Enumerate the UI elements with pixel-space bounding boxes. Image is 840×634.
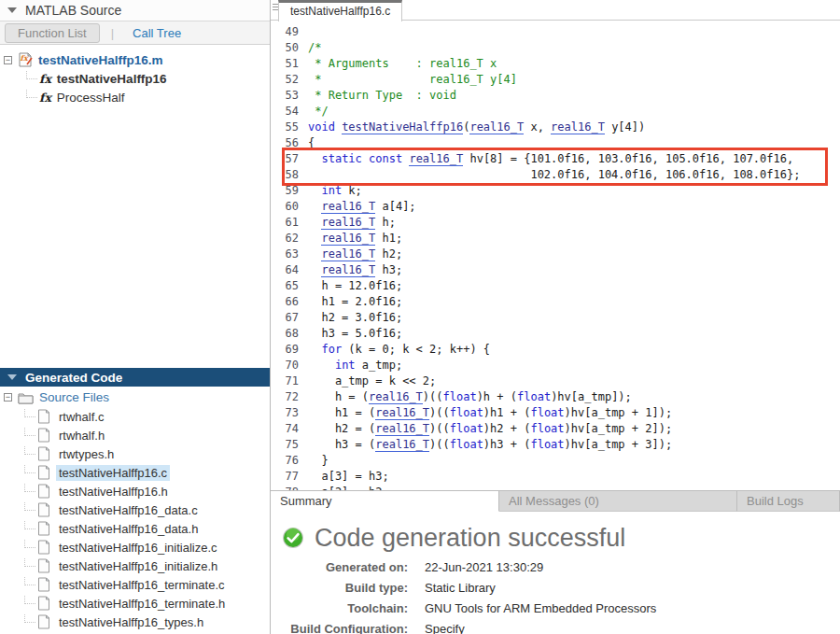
code-editor[interactable]: 4950/*51 * Arguments : real16_T x52 * re…	[271, 21, 840, 490]
tree-item-file[interactable]: testNativeHalffp16.h	[0, 482, 270, 500]
code-link[interactable]: real16_T	[375, 422, 429, 436]
tree-connector	[24, 558, 35, 567]
code-line: 77 a[3] = h3;	[271, 469, 840, 485]
code-line: 49	[271, 24, 840, 40]
file-name: testNativeHalffp16.c	[56, 465, 170, 481]
tree-item-function[interactable]: fx testNativeHalffp16	[0, 69, 270, 88]
line-number: 57	[282, 151, 299, 167]
tree-item-file[interactable]: rtwhalf.c	[0, 407, 270, 426]
status-line: Code generation successful	[282, 523, 840, 553]
code-text: 102.0f16, 104.0f16, 106.0f16, 108.0f16};	[308, 167, 800, 183]
tree-item-function[interactable]: fx ProcessHalf	[0, 88, 270, 106]
collapse-minus-icon[interactable]: −	[4, 56, 12, 64]
code-token: x,	[524, 120, 551, 134]
code-token: )((	[429, 406, 450, 419]
tree-item-file[interactable]: testNativeHalffp16.c	[0, 463, 270, 482]
code-line: 50/*	[271, 40, 840, 56]
line-number: 68	[282, 326, 299, 342]
code-link[interactable]: real16_T	[321, 216, 375, 230]
file-icon	[37, 540, 50, 555]
success-check-icon	[282, 527, 304, 549]
code-link[interactable]: real16_T	[369, 390, 423, 404]
tree-connector	[24, 446, 35, 455]
file-icon	[37, 484, 50, 499]
code-text: /*	[308, 40, 321, 56]
code-link[interactable]: real16_T	[375, 406, 429, 420]
tab-call-tree[interactable]: Call Tree	[123, 24, 190, 42]
code-token: }	[308, 454, 329, 467]
line-number: 76	[282, 453, 299, 469]
generated-code-tree: − Source Files rtwhalf.crtwhalf.hrtwtype…	[0, 387, 270, 634]
collapse-triangle-icon[interactable]	[7, 374, 17, 380]
code-token: /*	[308, 41, 321, 54]
tree-item-file[interactable]: rtwtypes.h	[0, 444, 270, 463]
file-name: testNativeHalffp16.h	[56, 484, 171, 500]
tree-item-source-file[interactable]: − fx testNativeHalffp16.m	[0, 50, 270, 69]
code-link[interactable]: real16_T	[321, 263, 375, 277]
tree-connector	[24, 484, 35, 492]
line-number: 55	[282, 120, 299, 135]
source-file-label: testNativeHalffp16.m	[38, 53, 163, 67]
tree-item-file[interactable]: rtwhalf.h	[0, 426, 270, 444]
summary-field-row: Generated on:22-Jun-2021 13:30:29	[271, 557, 840, 577]
matlab-source-panel: MATLAB Source Function List | Call Tree …	[0, 0, 271, 634]
editor-tab-active[interactable]: testNativeHalffp16.c	[278, 0, 402, 21]
field-value: 22-Jun-2021 13:30:29	[425, 560, 543, 574]
generated-code-header[interactable]: Generated Code	[0, 368, 270, 387]
source-files-label: Source Files	[39, 390, 109, 404]
collapse-minus-icon[interactable]: −	[4, 393, 12, 402]
code-text: h1 = (real16_T)((float)h1 + (float)hv[a_…	[308, 405, 672, 421]
code-link[interactable]: real16_T	[551, 120, 605, 134]
line-number: 52	[282, 72, 299, 88]
code-token: )hv[a_tmp + 2]);	[565, 422, 673, 435]
code-link[interactable]: real16_T	[321, 200, 375, 214]
tree-connector	[24, 521, 35, 529]
code-line: 61 real16_T h;	[271, 215, 840, 231]
collapse-triangle-icon[interactable]	[7, 7, 17, 13]
report-tab-summary[interactable]: Summary	[271, 491, 499, 512]
code-token: int	[321, 184, 342, 197]
tree-item-file[interactable]: testNativeHalffp16_terminate.h	[0, 594, 270, 613]
tree-item-file[interactable]: testNativeHalffp16_data.c	[0, 500, 270, 519]
file-icon	[37, 596, 50, 611]
code-text: real16_T h1;	[308, 231, 402, 247]
code-text: real16_T h2;	[308, 247, 402, 262]
code-line: 69 for (k = 0; k < 2; k++) {	[271, 342, 840, 358]
code-link[interactable]: real16_T	[321, 247, 375, 261]
code-token: float	[443, 390, 477, 403]
report-tab-all-messages-[interactable]: All Messages (0)	[499, 491, 737, 512]
code-line: 58 102.0f16, 104.0f16, 106.0f16, 108.0f1…	[271, 167, 840, 183]
code-link[interactable]: real16_T	[375, 438, 429, 452]
tree-item-file[interactable]: testNativeHalffp16_terminate.c	[0, 575, 270, 594]
tree-connector	[24, 540, 35, 548]
code-token: 102.0f16, 104.0f16, 106.0f16, 108.0f16};	[308, 168, 800, 181]
report-tab-build-logs[interactable]: Build Logs	[737, 491, 840, 512]
file-name: testNativeHalffp16_data.h	[56, 521, 201, 537]
tree-item-file[interactable]: testNativeHalffp16_types.h	[0, 613, 270, 631]
code-token: h = 12.0f16;	[308, 279, 402, 292]
tree-item-source-files-folder[interactable]: − Source Files	[0, 387, 270, 407]
code-line: 60 real16_T a[4];	[271, 199, 840, 215]
line-number: 50	[282, 40, 299, 56]
code-link[interactable]: real16_T	[321, 232, 375, 246]
tree-item-file[interactable]: testNativeHalffp16_initialize.c	[0, 538, 270, 557]
code-link[interactable]: real16_T	[409, 152, 463, 166]
code-token: )h1 + (	[483, 406, 531, 419]
tree-item-file[interactable]: testNativeHalffp16_data.h	[0, 519, 270, 538]
code-token: h3 = 5.0f16;	[308, 327, 402, 340]
code-line: 66 h1 = 2.0f16;	[271, 294, 840, 310]
field-value: Static Library	[425, 581, 496, 595]
tab-function-list[interactable]: Function List	[5, 23, 100, 43]
code-link[interactable]: real16_T	[469, 120, 524, 134]
line-number: 61	[282, 215, 299, 231]
code-token: a[3] = h3;	[308, 470, 389, 483]
code-token: const	[369, 152, 402, 165]
code-text: h = 12.0f16;	[308, 278, 402, 294]
tree-connector	[24, 502, 35, 511]
code-link[interactable]: testNativeHalffp16	[342, 120, 463, 134]
code-token: h1 = 2.0f16;	[308, 295, 402, 308]
code-token: h2;	[375, 247, 402, 261]
tree-item-file[interactable]: testNativeHalffp16_initialize.h	[0, 557, 270, 575]
matlab-source-header[interactable]: MATLAB Source	[0, 0, 270, 21]
code-token: )h3 + (	[483, 438, 531, 451]
